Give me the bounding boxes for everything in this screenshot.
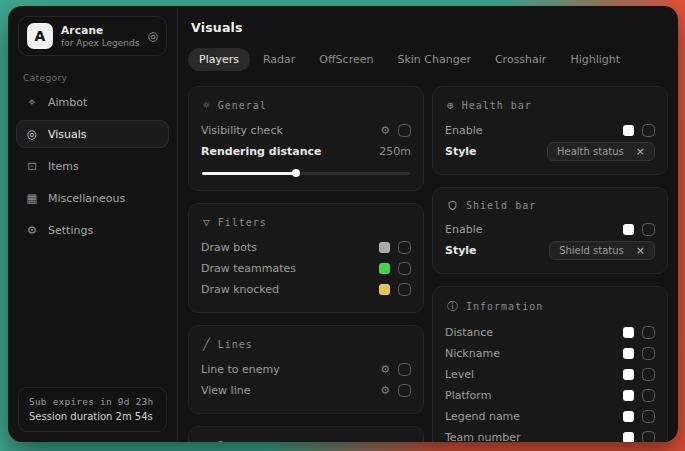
health-enable-checkbox[interactable] xyxy=(642,124,655,137)
gear-icon[interactable]: ⚙ xyxy=(380,125,390,136)
level-checkbox[interactable] xyxy=(642,368,655,381)
lines-header: ╱ Lines xyxy=(203,338,411,351)
tab-skin-changer[interactable]: Skin Changer xyxy=(386,48,482,71)
visibility-check-checkbox[interactable] xyxy=(398,124,411,137)
health-style-select[interactable]: Health status × xyxy=(547,142,655,161)
funnel-icon: ▽ xyxy=(203,216,210,229)
platform-checkbox[interactable] xyxy=(642,389,655,402)
app-identity: Arcane for Apex Legends xyxy=(61,24,140,48)
sidebar-item-label: Items xyxy=(48,160,79,173)
color-swatch[interactable] xyxy=(379,284,390,295)
main-panel: Visuals Players Radar OffScreen Skin Cha… xyxy=(178,6,678,442)
health-style-value: Health status xyxy=(557,146,624,157)
visibility-check-label: Visibility check xyxy=(201,124,380,137)
tab-bar: Players Radar OffScreen Skin Changer Cro… xyxy=(188,48,669,71)
rendering-distance-label: Rendering distance xyxy=(201,145,379,158)
draw-bots-label: Draw bots xyxy=(201,241,379,254)
color-swatch[interactable] xyxy=(623,224,634,235)
health-bar-card: ⊕ Health bar Enable Style Health stat xyxy=(432,86,668,175)
grid-icon: ▦ xyxy=(25,191,39,205)
sidebar-item-label: Aimbot xyxy=(48,96,87,109)
color-swatch[interactable] xyxy=(623,411,634,422)
shield-style-select[interactable]: Shield status × xyxy=(549,241,655,260)
line-icon: ╱ xyxy=(203,338,210,351)
section-title: Shield bar xyxy=(466,200,536,211)
session-duration-text: Session duration 2m 54s xyxy=(29,411,156,422)
rendering-distance-value: 250m xyxy=(379,145,411,158)
shield-bar-header: Shield bar xyxy=(447,200,655,211)
box-icon: ▣ xyxy=(203,439,210,442)
legend-name-row: Legend name xyxy=(445,406,655,427)
tab-highlight[interactable]: Highlight xyxy=(559,48,631,71)
app-title: Arcane xyxy=(61,24,140,36)
color-swatch[interactable] xyxy=(379,263,390,274)
color-swatch[interactable] xyxy=(623,369,634,380)
nickname-label: Nickname xyxy=(445,347,623,360)
health-style-row: Style Health status × xyxy=(445,141,655,162)
sidebar-item-settings[interactable]: ⚙ Settings xyxy=(16,216,169,244)
tab-crosshair[interactable]: Crosshair xyxy=(484,48,557,71)
team-number-checkbox[interactable] xyxy=(642,431,655,442)
color-swatch[interactable] xyxy=(623,390,634,401)
slider-thumb[interactable] xyxy=(292,169,300,177)
sidebar-item-aimbot[interactable]: ⌖ Aimbot xyxy=(16,88,169,116)
slider-fill xyxy=(202,172,296,175)
shield-style-label: Style xyxy=(445,244,549,257)
sidebar-item-label: Settings xyxy=(48,224,93,237)
sidebar-nav: ⌖ Aimbot ◎ Visuals ⊡ Items ▦ Miscellaneo… xyxy=(8,86,177,246)
tab-players[interactable]: Players xyxy=(188,48,250,71)
gear-icon[interactable]: ⚙ xyxy=(380,385,390,396)
nickname-checkbox[interactable] xyxy=(642,347,655,360)
sub-expires-text: Sub expires in 9d 23h xyxy=(29,396,156,407)
color-swatch[interactable] xyxy=(623,125,634,136)
rendering-distance-slider[interactable] xyxy=(202,169,410,178)
sun-icon: ☼ xyxy=(203,99,210,112)
box-header: ▣ Box xyxy=(203,439,411,442)
nickname-row: Nickname xyxy=(445,343,655,364)
color-swatch[interactable] xyxy=(379,242,390,253)
draw-knocked-row: Draw knocked xyxy=(201,279,411,300)
legend-name-checkbox[interactable] xyxy=(642,410,655,423)
close-icon[interactable]: × xyxy=(636,146,645,157)
sidebar-item-visuals[interactable]: ◎ Visuals xyxy=(16,120,169,148)
team-number-row: Team number xyxy=(445,427,655,442)
crosshair-icon: ⌖ xyxy=(25,95,39,109)
sidebar-item-label: Miscellaneous xyxy=(48,192,125,205)
info-icon: ⓘ xyxy=(447,299,458,314)
information-header: ⓘ Information xyxy=(447,299,655,314)
information-card: ⓘ Information Distance Nickname xyxy=(432,286,668,442)
tab-radar[interactable]: Radar xyxy=(252,48,306,71)
section-title: Lines xyxy=(218,339,253,350)
platform-label: Platform xyxy=(445,389,623,402)
target-icon[interactable]: ◎ xyxy=(148,29,158,43)
section-title: Information xyxy=(466,301,543,312)
close-icon[interactable]: × xyxy=(636,245,645,256)
line-to-enemy-checkbox[interactable] xyxy=(398,363,411,376)
health-icon: ⊕ xyxy=(447,99,454,112)
shield-enable-checkbox[interactable] xyxy=(642,223,655,236)
cube-icon: ⊡ xyxy=(25,159,39,173)
general-header: ☼ General xyxy=(203,99,411,112)
section-title: Box xyxy=(218,440,239,442)
logo-card: A Arcane for Apex Legends ◎ xyxy=(18,16,167,56)
color-swatch[interactable] xyxy=(623,327,634,338)
color-swatch[interactable] xyxy=(623,432,634,442)
gear-icon[interactable]: ⚙ xyxy=(380,364,390,375)
section-title: Health bar xyxy=(462,100,532,111)
distance-checkbox[interactable] xyxy=(642,326,655,339)
sidebar-item-miscellaneous[interactable]: ▦ Miscellaneous xyxy=(16,184,169,212)
color-swatch[interactable] xyxy=(623,348,634,359)
team-number-label: Team number xyxy=(445,431,623,442)
draw-bots-checkbox[interactable] xyxy=(398,241,411,254)
view-line-checkbox[interactable] xyxy=(398,384,411,397)
draw-teammates-checkbox[interactable] xyxy=(398,262,411,275)
gear-icon: ⚙ xyxy=(25,223,39,237)
filters-header: ▽ Filters xyxy=(203,216,411,229)
health-style-label: Style xyxy=(445,145,547,158)
draw-bots-row: Draw bots xyxy=(201,237,411,258)
tab-offscreen[interactable]: OffScreen xyxy=(308,48,384,71)
app-window: A Arcane for Apex Legends ◎ Category ⌖ A… xyxy=(8,6,678,442)
sidebar-item-items[interactable]: ⊡ Items xyxy=(16,152,169,180)
draw-knocked-checkbox[interactable] xyxy=(398,283,411,296)
platform-row: Platform xyxy=(445,385,655,406)
